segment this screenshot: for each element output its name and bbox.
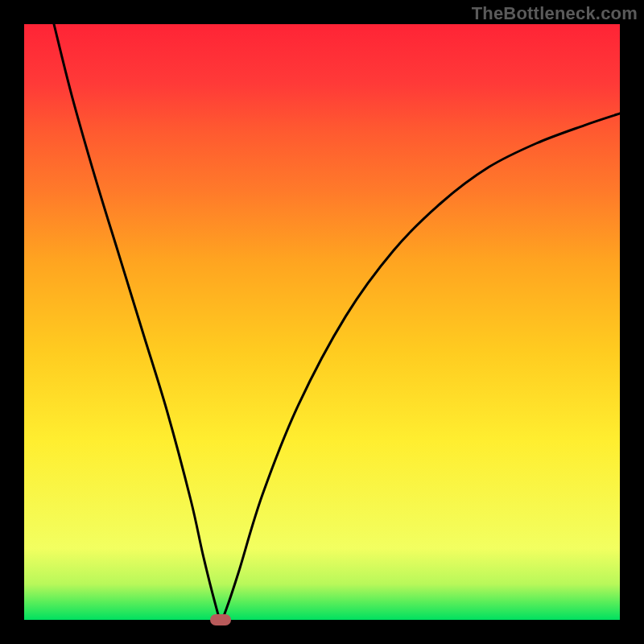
plot-area bbox=[24, 24, 620, 620]
optimal-marker bbox=[210, 614, 231, 625]
curve-svg bbox=[24, 24, 620, 620]
chart-frame: TheBottleneck.com bbox=[0, 0, 644, 644]
watermark-text: TheBottleneck.com bbox=[472, 3, 638, 24]
bottleneck-curve bbox=[54, 24, 620, 620]
